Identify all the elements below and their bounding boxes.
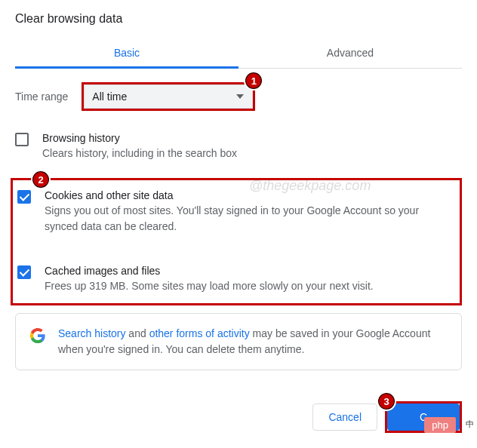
annotation-badge-2: 2	[31, 170, 51, 189]
checkbox-browsing-history[interactable]	[15, 133, 29, 146]
annotation-box-2: 2 Cookies and other site data Signs you …	[11, 178, 462, 305]
option-cookies: Cookies and other site data Signs you ou…	[17, 189, 455, 235]
tabs: Basic Advanced	[15, 38, 462, 69]
option-title: Browsing history	[42, 132, 454, 144]
dialog-footer: Cancel 3 C	[312, 401, 462, 433]
option-browsing-history: Browsing history Clears history, includi…	[15, 132, 462, 161]
time-range-label: Time range	[15, 91, 68, 103]
time-range-value: All time	[92, 91, 127, 103]
cancel-button[interactable]: Cancel	[312, 404, 377, 431]
annotation-badge-3: 3	[377, 391, 396, 411]
time-range-select[interactable]: All time	[84, 84, 253, 109]
option-desc: Signs you out of most sites. You'll stay…	[45, 203, 448, 235]
option-title: Cookies and other site data	[45, 189, 448, 201]
overlay-cn-text: 中	[466, 419, 474, 430]
google-account-info: Search history and other forms of activi…	[15, 313, 462, 370]
option-cache: Cached images and files Frees up 319 MB.…	[17, 265, 455, 294]
google-logo-icon	[29, 327, 46, 344]
option-title: Cached images and files	[45, 265, 448, 277]
clear-data-button[interactable]: C	[387, 404, 460, 431]
annotation-badge-1: 1	[244, 71, 263, 91]
info-text: Search history and other forms of activi…	[58, 326, 448, 357]
annotation-box-3: 3 C	[385, 401, 462, 433]
checkbox-cookies[interactable]	[17, 190, 31, 204]
tab-advanced[interactable]: Advanced	[238, 38, 462, 68]
option-desc: Clears history, including in the search …	[42, 146, 454, 161]
clear-browsing-data-dialog: Clear browsing data Basic Advanced Time …	[0, 0, 477, 370]
tab-basic[interactable]: Basic	[15, 38, 238, 68]
link-search-history[interactable]: Search history	[58, 327, 125, 339]
annotation-box-1: All time 1	[82, 82, 255, 111]
option-desc: Frees up 319 MB. Some sites may load mor…	[45, 278, 448, 294]
link-other-activity[interactable]: other forms of activity	[149, 327, 250, 339]
dialog-title: Clear browsing data	[15, 12, 462, 26]
time-range-row: Time range All time 1	[15, 82, 462, 111]
checkbox-cache[interactable]	[17, 265, 31, 279]
